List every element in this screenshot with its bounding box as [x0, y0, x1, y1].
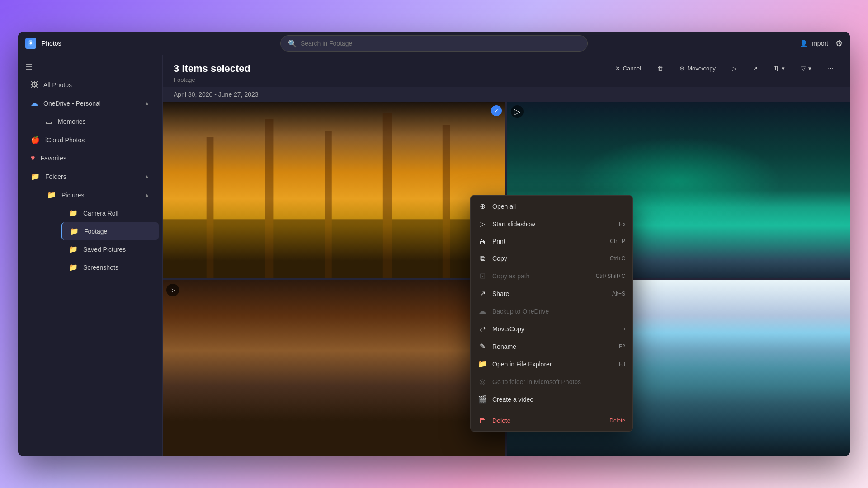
- app-window: Photos 🔍 👤 Import ⚙ ☰ 🖼 All Photos ☁ One…: [18, 32, 850, 456]
- header-actions: 👤 Import ⚙: [800, 38, 843, 48]
- sidebar-item-saved-pictures[interactable]: 📁 Saved Pictures: [61, 240, 159, 258]
- ctx-file-explorer-shortcut: F3: [619, 361, 625, 367]
- backup-ctx-icon: ☁: [478, 307, 487, 315]
- sidebar-item-icloud[interactable]: 🍎 iCloud Photos: [22, 131, 159, 149]
- share-button[interactable]: ↗: [747, 62, 763, 75]
- delete-ctx-icon: 🗑: [478, 417, 487, 425]
- move-plus-icon: ⊕: [679, 65, 684, 72]
- svg-rect-3: [163, 219, 505, 278]
- ctx-print[interactable]: 🖨 Print Ctrl+P: [471, 233, 632, 250]
- app-icon: [25, 38, 36, 49]
- ctx-copy-as-path: ⊡ Copy as path Ctrl+Shift+C: [471, 267, 632, 285]
- more-icon: ⋯: [828, 65, 834, 72]
- filter-button[interactable]: ▽ ▾: [796, 62, 817, 75]
- share-ctx-icon: ↗: [478, 289, 487, 298]
- screenshots-icon: 📁: [69, 263, 78, 272]
- ctx-share[interactable]: ↗ Share Alt+S: [471, 285, 632, 302]
- delete-button[interactable]: 🗑: [652, 62, 669, 75]
- sidebar-item-footage[interactable]: 📁 Footage: [61, 222, 159, 240]
- import-person-icon: 👤: [800, 40, 807, 47]
- footage-folder-icon: 📁: [70, 227, 79, 235]
- ctx-delete-label: Delete: [492, 417, 604, 424]
- ctx-move-label: Move/Copy: [492, 325, 618, 333]
- sidebar-item-memories[interactable]: 🎞 Memories: [38, 113, 159, 130]
- ctx-move-copy[interactable]: ⇄ Move/Copy ›: [471, 320, 632, 338]
- sidebar-folders-section[interactable]: 📁 Folders ▲: [22, 168, 159, 185]
- sort-icon: ⇅: [774, 65, 779, 72]
- photo-cell-autumn[interactable]: ✓: [163, 102, 505, 278]
- heart-icon: ♥: [31, 154, 35, 162]
- photo-cell-aerial[interactable]: ▷: [163, 280, 505, 457]
- memories-label: Memories: [58, 118, 85, 125]
- ctx-print-shortcut: Ctrl+P: [610, 238, 625, 244]
- ctx-copy-label: Copy: [492, 255, 604, 262]
- content-header: 3 items selected ✕ Cancel 🗑 ⊕ Move/copy …: [163, 55, 850, 87]
- sidebar-item-all-photos[interactable]: 🖼 All Photos: [22, 76, 159, 94]
- filter-arrow-icon: ▾: [808, 65, 811, 72]
- delete-trash-icon: 🗑: [657, 65, 663, 72]
- ctx-share-shortcut: Alt+S: [612, 291, 625, 297]
- search-input[interactable]: [301, 40, 580, 47]
- context-menu: ⊕ Open all ▷ Start slideshow F5 🖨 Print …: [470, 195, 633, 432]
- sidebar-item-camera-roll[interactable]: 📁 Camera Roll: [61, 204, 159, 222]
- footage-label: Footage: [84, 228, 107, 235]
- ctx-print-label: Print: [492, 238, 604, 245]
- ctx-create-video-label: Create a video: [492, 396, 625, 403]
- import-label: Import: [810, 40, 828, 47]
- move-ctx-icon: ⇄: [478, 324, 487, 333]
- ctx-start-slideshow[interactable]: ▷ Start slideshow F5: [471, 215, 632, 233]
- create-video-ctx-icon: 🎬: [478, 395, 487, 404]
- more-button[interactable]: ⋯: [822, 62, 839, 75]
- ctx-copy-path-label: Copy as path: [492, 272, 590, 280]
- ctx-rename[interactable]: ✎ Rename F2: [471, 338, 632, 355]
- move-copy-label: Move/copy: [687, 65, 716, 72]
- ctx-delete[interactable]: 🗑 Delete Delete: [471, 412, 632, 429]
- photos-icon: 🖼: [31, 81, 38, 89]
- print-ctx-icon: 🖨: [478, 237, 487, 245]
- sidebar-item-favorites[interactable]: ♥ Favorites: [22, 150, 159, 167]
- cancel-button[interactable]: ✕ Cancel: [610, 62, 646, 75]
- import-button[interactable]: 👤 Import: [800, 40, 828, 47]
- video-type-icon: ▷: [511, 105, 524, 118]
- ctx-go-folder-label: Go to folder in Microsoft Photos: [492, 378, 625, 385]
- ctx-create-video[interactable]: 🎬 Create a video: [471, 390, 632, 408]
- sidebar-pictures-section[interactable]: 📁 Pictures ▲: [38, 186, 159, 204]
- slideshow-button[interactable]: ▷: [726, 62, 742, 75]
- sidebar-onedrive-section[interactable]: ☁ OneDrive - Personal ▲: [22, 94, 159, 112]
- saved-pictures-icon: 📁: [69, 245, 78, 253]
- onedrive-collapse-icon: ▲: [144, 100, 150, 107]
- cancel-x-icon: ✕: [615, 65, 620, 72]
- ctx-copy-shortcut: Ctrl+C: [610, 255, 625, 262]
- ctx-rename-shortcut: F2: [619, 343, 625, 350]
- title-bar: Photos 🔍 👤 Import ⚙: [18, 32, 850, 55]
- search-bar[interactable]: 🔍: [280, 35, 588, 52]
- sort-button[interactable]: ⇅ ▾: [769, 62, 790, 75]
- ctx-file-explorer-label: Open in File Explorer: [492, 361, 613, 368]
- ctx-slideshow-shortcut: F5: [619, 221, 625, 227]
- ctx-open-all[interactable]: ⊕ Open all: [471, 197, 632, 215]
- ctx-open-all-label: Open all: [492, 203, 625, 210]
- screenshots-label: Screenshots: [83, 264, 118, 271]
- content-subtitle: Footage: [174, 76, 839, 83]
- main-layout: ☰ 🖼 All Photos ☁ OneDrive - Personal ▲ 🎞…: [18, 55, 850, 456]
- ctx-go-to-folder: ◎ Go to folder in Microsoft Photos: [471, 373, 632, 390]
- icloud-icon: 🍎: [31, 136, 40, 144]
- date-range: April 30, 2020 - June 27, 2023: [163, 87, 850, 100]
- share-icon: ↗: [753, 65, 758, 72]
- ctx-open-file-explorer[interactable]: 📁 Open in File Explorer F3: [471, 355, 632, 373]
- memories-icon: 🎞: [45, 117, 52, 126]
- sidebar-item-screenshots[interactable]: 📁 Screenshots: [61, 258, 159, 276]
- sidebar: ☰ 🖼 All Photos ☁ OneDrive - Personal ▲ 🎞…: [18, 55, 163, 456]
- ctx-move-arrow: ›: [623, 326, 625, 332]
- ctx-delete-shortcut: Delete: [609, 418, 625, 424]
- icloud-label: iCloud Photos: [45, 136, 85, 144]
- onedrive-label: OneDrive - Personal: [43, 100, 101, 107]
- folders-collapse-icon: ▲: [144, 174, 150, 180]
- move-copy-button[interactable]: ⊕ Move/copy: [674, 62, 721, 75]
- onedrive-sub: 🎞 Memories: [18, 113, 162, 131]
- settings-icon[interactable]: ⚙: [835, 38, 843, 48]
- ctx-copy[interactable]: ⧉ Copy Ctrl+C: [471, 250, 632, 267]
- svg-rect-2: [29, 40, 32, 42]
- hamburger-menu-icon[interactable]: ☰: [18, 59, 162, 76]
- copy-path-ctx-icon: ⊡: [478, 272, 487, 280]
